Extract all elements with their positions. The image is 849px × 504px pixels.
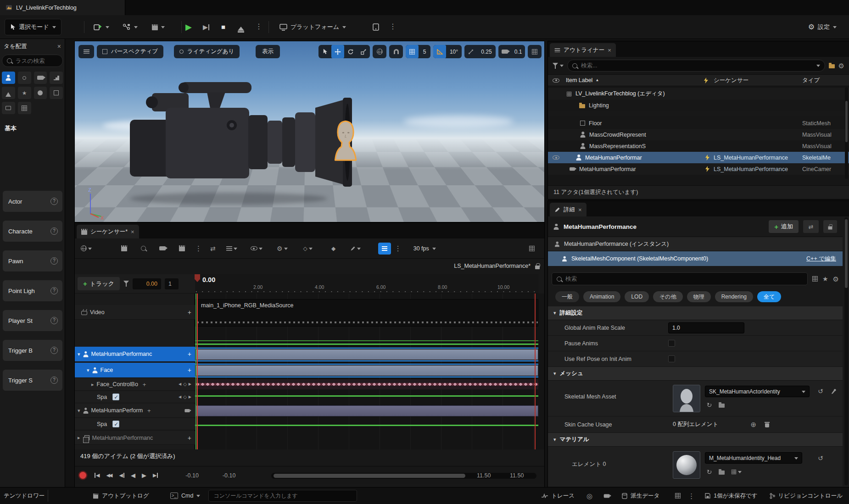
outliner-row-floor[interactable]: Floor StaticMesh [548,117,849,129]
close-icon[interactable] [608,47,611,53]
view-end-value[interactable]: 11.50 [477,472,491,479]
eyedropper-icon[interactable] [831,388,837,394]
link-anim-toggle[interactable] [378,243,391,255]
filter-icon[interactable] [123,281,129,287]
outliner-settings-icon[interactable] [838,62,844,69]
category-cinematic-button[interactable] [34,72,47,84]
fps-dropdown[interactable]: 30 fps [410,244,440,253]
add-track-button[interactable]: トラック [78,277,120,290]
maximize-viewport-button[interactable] [528,45,542,58]
help-icon[interactable] [50,227,58,235]
rotate-tool-button[interactable] [344,45,357,58]
category-basic-button[interactable] [50,87,63,99]
track-row-performance[interactable]: MetaHumanPerformanc [75,347,195,362]
add-section-button[interactable] [188,435,191,441]
lock-details-button[interactable] [823,220,837,233]
anim-rate-input[interactable] [668,322,744,333]
playhead-line[interactable] [197,294,198,449]
step-back-button[interactable] [119,473,124,478]
trace-button[interactable]: トレース [542,492,575,500]
close-icon[interactable] [578,207,582,213]
viewport-menu-button[interactable] [78,45,94,58]
camera-speed-button[interactable] [498,45,511,58]
open-asset-icon[interactable] [719,404,725,408]
edit-cpp-link[interactable]: C++ で編集 [806,255,836,263]
content-drawer-button[interactable]: テンツドロワー [4,492,45,500]
reset-to-default-icon[interactable] [818,455,823,461]
track-row-performer[interactable]: MetaHumanPerform [75,404,195,418]
play-options-kebab[interactable] [255,23,263,30]
play-reverse-button[interactable] [131,472,135,479]
loop-field[interactable]: 1 [165,278,179,289]
details-search-input[interactable] [565,276,803,282]
world-local-toggle[interactable] [373,45,386,58]
outliner-row-massrep[interactable]: MassRepresentationS MassVisual [548,140,849,152]
performer-section-bar[interactable] [195,405,538,416]
track-row-face[interactable]: Face [75,363,195,378]
rotation-snap-toggle[interactable] [433,45,446,58]
face-section-bar[interactable] [195,365,538,376]
play-forward-button[interactable] [142,472,146,479]
help-icon[interactable] [50,347,58,354]
help-icon[interactable] [50,317,58,324]
scrollbar-thumb[interactable] [845,219,848,288]
show-dropdown[interactable]: 表示 [256,45,280,58]
scrollbar-thumb[interactable] [274,474,465,478]
lock-icon[interactable] [535,266,540,269]
range-end-value[interactable]: 11.50 [510,472,524,479]
mesh-thumbnail[interactable] [673,385,700,412]
spawned-checkbox[interactable] [112,421,119,427]
level-tab[interactable]: LV_LivelinkForTechblog [0,0,125,15]
sequence-breadcrumb[interactable]: LS_MetaHumanPerformance* [454,263,531,269]
stop-button[interactable] [221,23,225,30]
material-dropdown[interactable]: M_MetaHumanIdentity_Head [705,452,802,464]
track-row-video[interactable]: Video [75,305,195,320]
curve-grid-button[interactable] [526,243,538,254]
details-search[interactable] [552,272,808,285]
column-type[interactable]: タイプ [802,77,820,84]
display-options-icon[interactable] [812,276,818,282]
blueprints-button[interactable] [117,19,143,35]
outliner-row-masscrowd[interactable]: MassCrowdRepresent MassVisual [548,129,849,140]
edit-options-dropdown[interactable] [226,243,238,254]
grid-snap-value[interactable]: 5 [419,45,430,58]
step-forward-button[interactable] [153,473,158,478]
track-row-controlboard[interactable]: Face_ControlBo [75,378,195,391]
view-options-dropdown[interactable] [251,243,263,254]
visibility-column-icon[interactable] [553,78,559,83]
outliner-row-metahuman-selected[interactable]: MetaHumanPerformar LS_MetaHumanPerforman… [548,152,849,163]
autokey-button[interactable] [328,243,340,254]
add-component-button[interactable]: 追加 [769,220,799,233]
world-dropdown[interactable] [80,243,92,254]
browse-to-asset-icon[interactable] [707,469,712,475]
perspective-dropdown[interactable]: パースペクティブ [97,45,163,58]
column-item-label[interactable]: Item Label [566,77,599,83]
add-button[interactable] [147,408,151,414]
create-camera-button[interactable] [156,243,168,254]
skeletal-mesh-dropdown[interactable]: SK_MetaHumanActorIdentity [705,386,810,397]
eye-icon[interactable] [553,155,559,160]
material-thumbnail[interactable] [673,451,700,479]
help-icon[interactable] [50,198,58,205]
outliner-scrollbar[interactable] [845,87,848,179]
pause-anims-checkbox[interactable] [668,340,675,347]
place-actors-search[interactable] [2,55,63,67]
timeline-ruler[interactable]: 0.00 2.00 4.00 6.00 8.00 10.00 [195,274,538,294]
category-recent-button[interactable] [2,72,15,84]
category-volumes-button[interactable] [34,87,47,99]
grid-snap-toggle[interactable] [406,45,419,58]
snapshot-icon[interactable] [604,494,610,498]
filter-tab-all[interactable]: 全て [757,291,781,302]
revision-control-button[interactable]: リビジョンコントロール [770,492,843,500]
outliner-row-level[interactable]: LV_LivelinkForTechblog (エディタ) [548,88,849,100]
category-geometry-button[interactable] [50,72,63,84]
camera-icon[interactable] [184,409,190,412]
cinematics-button[interactable] [147,19,170,35]
add-element-icon[interactable] [750,421,756,428]
outliner-search[interactable] [567,60,825,72]
render-movie-button[interactable] [176,243,188,254]
select-tool-button[interactable] [318,45,331,58]
favorites-icon[interactable] [822,276,828,282]
filter-tab-general[interactable]: 一般 [555,291,579,302]
cmd-dropdown[interactable]: Cmd [170,493,201,499]
